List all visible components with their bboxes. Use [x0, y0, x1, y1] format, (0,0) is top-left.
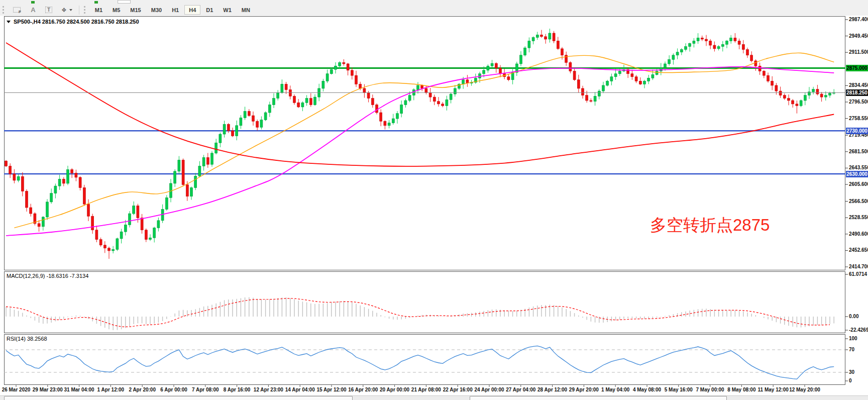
price-tag: 2730.000 [846, 128, 868, 134]
timeframe-button-group: M1M5M15M30H1H4D1W1MN [90, 5, 255, 15]
drawing-and-timeframe-toolbar: F A T ❖ M1M5M15M30H1H4D1W1MN [0, 4, 868, 16]
time-axis-label: 12 May 20:00 [777, 387, 832, 392]
chart-annotation-text: 多空转折点2875 [650, 214, 770, 237]
macd-axis-label: 61.0714 [849, 271, 867, 277]
timeframe-w1[interactable]: W1 [219, 5, 236, 15]
text-label-tool-button[interactable]: T [42, 5, 56, 15]
dropdown-caret-icon [69, 9, 72, 11]
price-axis-label: 2490.600 [849, 231, 868, 237]
timeframe-h1[interactable]: H1 [167, 5, 183, 15]
toolbar-drag-handle[interactable] [3, 6, 6, 14]
arrows-icon: ❖ [61, 7, 67, 14]
price-axis-label: 2911.500 [849, 49, 868, 55]
timeframe-m30[interactable]: M30 [147, 5, 166, 15]
price-tag: 2818.250 [846, 89, 868, 96]
chart-area-background [0, 16, 868, 395]
macd-axis-label: -22.4269 [849, 327, 868, 333]
price-axis-label: 2528.550 [849, 215, 868, 220]
fibonacci-tool-button[interactable]: F [10, 5, 25, 15]
price-axis-label: 2834.450 [849, 82, 868, 88]
macd-axis-label: 0.00 [849, 314, 858, 319]
timeframe-m1[interactable]: M1 [90, 5, 107, 15]
arrows-tool-button[interactable]: ❖ [58, 5, 76, 15]
price-axis-label: 2643.550 [849, 165, 868, 170]
price-axis-label: 2414.700 [849, 264, 868, 269]
timeframe-h4[interactable]: H4 [184, 5, 200, 15]
price-axis-label: 2758.550 [849, 116, 868, 121]
chart-title-text: SP500-,H4 2816.750 2824.500 2816.750 281… [14, 19, 139, 25]
text-tool-button[interactable]: A [27, 5, 40, 15]
timeframe-m5[interactable]: M5 [108, 5, 125, 15]
rsi-indicator-label: RSI(14) 38.2568 [7, 336, 47, 342]
toolbar-hint-green-1 [31, 1, 35, 4]
price-axis-label: 2987.400 [849, 17, 868, 22]
toolbar-hint-box [118, 0, 131, 4]
chart-tab[interactable] [4, 396, 353, 400]
toolbar-hint-green-2 [94, 1, 98, 4]
price-tag: 2630.000 [846, 171, 868, 177]
price-axis-label: 2681.500 [849, 149, 868, 154]
rsi-axis-label: 30 [849, 369, 854, 375]
price-axis-label: 2949.450 [849, 33, 868, 39]
price-axis-label: 2605.600 [849, 181, 868, 187]
timeframe-d1[interactable]: D1 [201, 5, 218, 15]
rsi-axis-label: 70 [849, 347, 854, 352]
macd-indicator-label: MACD(12,26,9) -18.6316 -7.3134 [7, 273, 88, 279]
timeframe-m15[interactable]: M15 [126, 5, 145, 15]
trading-terminal-window: F A T ❖ M1M5M15M30H1H4D1W1MN SP500-,H4 2… [0, 0, 868, 400]
rsi-axis-label: 0 [849, 378, 852, 383]
rsi-axis-label: 100 [849, 336, 857, 341]
toolbar-separator [79, 6, 79, 15]
price-axis-label: 2796.500 [849, 99, 868, 105]
fibonacci-letter: F [19, 10, 21, 14]
chart-title: SP500-,H4 2816.750 2824.500 2816.750 281… [7, 19, 139, 25]
symbol-dropdown-icon[interactable] [7, 21, 11, 23]
price-axis-label: 2566.500 [849, 198, 868, 204]
text-label-icon: T [45, 7, 52, 13]
price-tag: 2875.000 [846, 65, 868, 71]
chart-tab[interactable] [470, 396, 727, 400]
timeframe-drag-handle[interactable] [84, 6, 87, 14]
timeframe-mn[interactable]: MN [237, 5, 255, 15]
text-tool-icon: A [31, 6, 35, 14]
price-axis-label: 2452.650 [849, 247, 868, 253]
